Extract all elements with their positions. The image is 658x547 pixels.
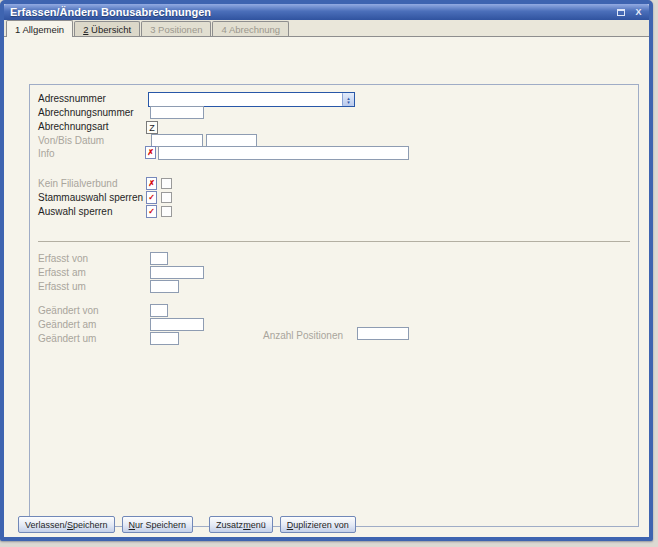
zusatzmenue-button[interactable]: Zusatzmenü [209, 516, 273, 533]
duplizieren-von-button[interactable]: Duplizieren von [280, 516, 356, 533]
stammauswahl-sperren-checkbox[interactable] [161, 192, 172, 203]
btn-text: Zusatz [216, 520, 243, 530]
close-x-glyph: X [635, 7, 641, 17]
cross-mark-icon: ✗ [148, 179, 155, 188]
check-mark-icon: ✓ [148, 193, 155, 202]
stammauswahl-sperren-label: Stammauswahl sperren [38, 192, 143, 204]
verlassen-speichern-button[interactable]: Verlassen/Speichern [18, 516, 115, 533]
tab-abrechnung: 4 Abrechnung [212, 21, 289, 36]
tab-uebersicht[interactable]: 2 Übersicht [74, 21, 140, 36]
geaendert-von-input[interactable] [150, 304, 168, 317]
check-mark-icon: ✓ [148, 207, 155, 216]
erfasst-am-label: Erfasst am [38, 267, 86, 279]
info-clear-icon[interactable]: ✗ [145, 146, 156, 159]
auswahl-doc-check-icon[interactable]: ✓ [146, 205, 157, 218]
geaendert-am-label: Geändert am [38, 319, 96, 331]
footer-button-bar: Verlassen/Speichern Nur Speichern Zusatz… [18, 516, 356, 533]
anzahl-positionen-input[interactable] [357, 327, 409, 340]
restore-icon[interactable] [614, 6, 627, 18]
cross-mark-icon: ✗ [147, 148, 154, 157]
form-groupbox: Adressnummer ▴ ▾ Abrechnungsnummer Abrec… [29, 84, 639, 527]
adressnummer-combobox[interactable]: ▴ ▾ [148, 92, 355, 107]
auswahl-sperren-checkbox[interactable] [161, 206, 172, 217]
tab-page-allgemein: Adressnummer ▴ ▾ Abrechnungsnummer Abrec… [4, 37, 649, 537]
kein-filialverbund-checkbox[interactable] [161, 178, 172, 189]
nur-speichern-button[interactable]: Nur Speichern [122, 516, 194, 533]
adressnummer-value [149, 93, 342, 106]
tab-allgemein[interactable]: 1 Allgemein [6, 20, 73, 37]
btn-text: uplizieren von [293, 520, 349, 530]
erfasst-um-input[interactable] [150, 280, 179, 293]
anzahl-positionen-label: Anzahl Positionen [263, 330, 343, 342]
btn-text: Verlassen/ [25, 520, 67, 530]
btn-mnemonic: m [243, 520, 251, 530]
close-icon[interactable]: X [632, 6, 645, 18]
erfasst-um-label: Erfasst um [38, 281, 86, 293]
info-label: Info [38, 148, 55, 160]
geaendert-um-input[interactable] [150, 332, 179, 345]
kein-filialverbund-doc-cross-icon[interactable]: ✗ [146, 177, 157, 190]
kein-filialverbund-label: Kein Filialverbund [38, 178, 118, 190]
abrechnungsart-label: Abrechnungsart [38, 121, 109, 133]
stammauswahl-doc-check-icon[interactable]: ✓ [146, 191, 157, 204]
section-divider [38, 241, 630, 242]
tab-bar: 1 Allgemein 2 Übersicht 3 Positionen 4 A… [4, 20, 649, 37]
tab-uebersicht-label: Übersicht [88, 24, 131, 35]
spin-down-icon: ▾ [347, 100, 350, 104]
abrechnungsnummer-input[interactable] [150, 106, 204, 119]
auswahl-sperren-label: Auswahl sperren [38, 206, 112, 218]
restore-glyph [617, 9, 625, 16]
geaendert-am-input[interactable] [150, 318, 204, 331]
window-title: Erfassen/Ändern Bonusabrechnungen [4, 6, 211, 18]
geaendert-von-label: Geändert von [38, 305, 99, 317]
erfasst-am-input[interactable] [150, 266, 204, 279]
von-bis-datum-label: Von/Bis Datum [38, 135, 104, 147]
erfasst-von-input[interactable] [150, 252, 168, 265]
erfasst-von-label: Erfasst von [38, 253, 88, 265]
abrechnungsart-field[interactable]: Z [146, 121, 158, 134]
titlebar[interactable]: Erfassen/Ändern Bonusabrechnungen X [4, 4, 649, 20]
abrechnungsnummer-label: Abrechnungsnummer [38, 107, 134, 119]
titlebar-buttons: X [614, 6, 645, 18]
spinner-icon[interactable]: ▴ ▾ [342, 93, 354, 106]
btn-text: peichern [73, 520, 108, 530]
geaendert-um-label: Geändert um [38, 333, 96, 345]
info-input[interactable] [158, 146, 409, 160]
adressnummer-label: Adressnummer [38, 93, 106, 105]
btn-text: enü [251, 520, 266, 530]
tab-positionen: 3 Positionen [141, 21, 211, 36]
btn-text: ur Speichern [135, 520, 186, 530]
